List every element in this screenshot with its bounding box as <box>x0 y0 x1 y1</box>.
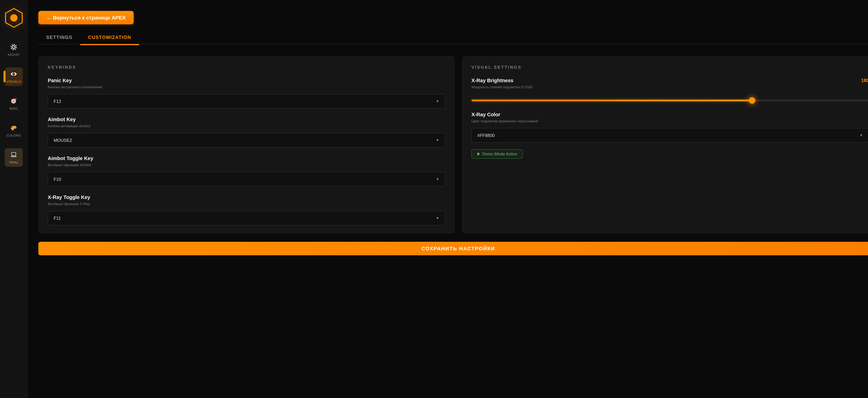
chevron-down-icon: ▼ <box>436 216 439 220</box>
sidebar-item-label: VISUALS <box>6 80 21 84</box>
aimbot-key-select[interactable]: MOUSE2 ▼ <box>48 133 445 147</box>
xray-brightness-field: X-Ray Brightness 180 Мощность сияния под… <box>471 78 868 104</box>
demo-mode-badge-label: Demo Mode Active <box>482 151 517 157</box>
sidebar-item-label: MISC <box>9 107 18 111</box>
field-label: X-Ray Brightness <box>471 78 514 83</box>
brightness-slider[interactable] <box>471 97 868 104</box>
aimbot-toggle-key-select[interactable]: F10 ▼ <box>48 172 445 187</box>
chevron-down-icon: ▼ <box>859 133 863 138</box>
gear-icon <box>10 43 18 51</box>
slider-fill <box>471 100 752 101</box>
sidebar-item-label: TRIAL <box>9 161 19 164</box>
laptop-icon <box>10 151 18 159</box>
sidebar-item-visuals[interactable]: VISUALS <box>5 67 23 86</box>
palette-icon <box>10 124 18 132</box>
chevron-down-icon: ▼ <box>436 138 439 142</box>
field-label: Aimbot Key <box>48 117 445 122</box>
sidebar-item-label: COLORS <box>7 134 21 138</box>
chevron-down-icon: ▼ <box>436 99 439 104</box>
field-label: X-Ray Color <box>471 112 868 117</box>
field-description: Вкл/выкл функции X-Ray <box>48 202 445 206</box>
xray-color-field: X-Ray Color Цвет подсветки вражеских пер… <box>471 112 868 143</box>
aimbot-key-field: Aimbot Key Кнопка активации Aimbot MOUSE… <box>48 117 445 147</box>
tab-bar: SETTINGS CUSTOMIZATION <box>38 32 868 45</box>
sidebar-item-colors[interactable]: COLORS <box>5 121 23 140</box>
app-logo[interactable] <box>0 0 28 36</box>
select-value: F10 <box>54 177 61 182</box>
brightness-value: 180 <box>861 78 868 83</box>
xray-toggle-key-field: X-Ray Toggle Key Вкл/выкл функции X-Ray … <box>48 195 445 225</box>
keybinds-panel: KEYBINDS Panic Key Кнопка экстренного от… <box>38 56 455 233</box>
field-label: X-Ray Toggle Key <box>48 195 445 200</box>
select-value: F12 <box>54 99 61 104</box>
eye-icon <box>10 70 18 78</box>
visual-settings-section-title: VISUAL SETTINGS <box>471 65 868 70</box>
sidebar-item-trial[interactable]: TRIAL <box>5 148 23 167</box>
sidebar-nav: ASSIST VISUALS <box>0 40 27 167</box>
keybinds-section-title: KEYBINDS <box>48 65 445 70</box>
select-value: MOUSE2 <box>54 138 72 143</box>
sidebar: ASSIST VISUALS <box>0 0 28 398</box>
hexagon-logo-icon <box>4 7 24 28</box>
field-label: Panic Key <box>48 78 445 83</box>
field-description: Мощность сияния подсветки (0-255) <box>471 85 868 89</box>
sidebar-item-misc[interactable]: MISC <box>5 94 23 113</box>
select-value: #FF8800 <box>477 133 495 138</box>
chevron-down-icon: ▼ <box>436 177 439 181</box>
select-value: F11 <box>54 216 61 221</box>
visual-settings-panel: VISUAL SETTINGS X-Ray Brightness 180 Мощ… <box>462 56 868 233</box>
field-description: Кнопка активации Aimbot <box>48 124 445 128</box>
field-description: Кнопка экстренного отключения <box>48 85 445 89</box>
xray-color-select[interactable]: #FF8800 ▼ <box>471 128 868 143</box>
field-description: Цвет подсветки вражеских персонажей <box>471 119 868 123</box>
panic-key-select[interactable]: F12 ▼ <box>48 94 445 109</box>
sidebar-item-label: ASSIST <box>8 53 20 57</box>
slider-thumb[interactable] <box>749 97 755 104</box>
tab-customization[interactable]: CUSTOMIZATION <box>80 32 139 45</box>
main-content: ← Вернуться к странице APEX SETTINGS CUS… <box>28 0 868 255</box>
field-description: Вкл/выкл функции Aimbot <box>48 163 445 167</box>
settings-panels: KEYBINDS Panic Key Кнопка экстренного от… <box>38 56 868 233</box>
save-settings-button[interactable]: СОХРАНИТЬ НАСТРОЙКИ <box>38 242 868 255</box>
aimbot-toggle-key-field: Aimbot Toggle Key Вкл/выкл функции Aimbo… <box>48 155 445 187</box>
xray-toggle-key-select[interactable]: F11 ▼ <box>48 211 445 225</box>
target-icon <box>10 97 18 105</box>
back-to-apex-button[interactable]: ← Вернуться к странице APEX <box>38 11 134 24</box>
demo-mode-badge: Demo Mode Active <box>471 149 523 159</box>
panic-key-field: Panic Key Кнопка экстренного отключения … <box>48 78 445 109</box>
field-label: Aimbot Toggle Key <box>48 155 445 161</box>
status-dot-icon <box>477 152 479 155</box>
sidebar-item-assist[interactable]: ASSIST <box>5 40 23 59</box>
tab-settings[interactable]: SETTINGS <box>38 32 80 44</box>
